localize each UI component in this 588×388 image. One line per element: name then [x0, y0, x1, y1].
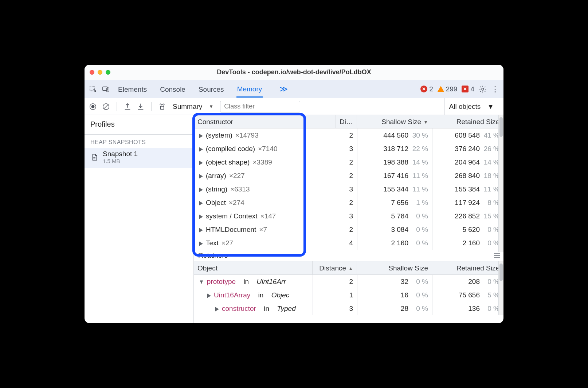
- disclosure-icon: ▶: [199, 199, 203, 206]
- error-value: 2: [429, 85, 433, 93]
- scrollbar[interactable]: [498, 261, 503, 315]
- shallow-pct: 0 %: [412, 226, 428, 234]
- shallow-value: 444 560: [383, 131, 408, 139]
- retained-value: 608 548: [455, 131, 480, 139]
- class-filter-input[interactable]: [220, 101, 300, 112]
- instance-count: ×227: [229, 172, 245, 180]
- constructor-name: (compiled code): [206, 145, 255, 153]
- retainers-menu-icon[interactable]: [494, 253, 500, 258]
- retained-pct: 8 %: [483, 199, 499, 207]
- snapshot-item[interactable]: Snapshot 1 1.5 MB: [85, 148, 193, 168]
- tab-sources[interactable]: Sources: [198, 81, 225, 97]
- shallow-pct: 11 %: [412, 185, 428, 193]
- shallow-value: 198 388: [383, 158, 408, 166]
- distance-value: 1: [313, 288, 357, 302]
- shallow-pct: 0 %: [412, 291, 428, 299]
- disclosure-icon: ▶: [207, 292, 211, 298]
- message-value: 4: [470, 85, 474, 93]
- garbage-collect-icon[interactable]: [158, 103, 166, 111]
- retained-pct: 11 %: [483, 185, 499, 193]
- retainer-row[interactable]: ▶Uint16Array in Objec1160 %75 6565 %: [194, 288, 503, 302]
- table-row[interactable]: ▶HTMLDocument×723 0840 %5 6200 %: [194, 223, 503, 236]
- in-keyword: in: [264, 305, 269, 313]
- settings-icon[interactable]: [479, 85, 487, 93]
- message-count[interactable]: ✕ 4: [462, 85, 474, 93]
- object-type: Typed: [277, 305, 295, 313]
- tab-console[interactable]: Console: [159, 81, 186, 97]
- device-toolbar-icon[interactable]: [102, 85, 110, 93]
- scrollbar[interactable]: [498, 115, 503, 252]
- table-row[interactable]: ▶(compiled code)×71403318 71222 %376 240…: [194, 142, 503, 155]
- col-object[interactable]: Object: [194, 261, 313, 274]
- shallow-pct: 1 %: [412, 199, 428, 207]
- tab-memory[interactable]: Memory: [236, 81, 263, 98]
- table-row[interactable]: ▶Text×2742 1600 %2 1600 %: [194, 236, 503, 250]
- view-select[interactable]: Summary ▼: [170, 103, 216, 111]
- col-distance[interactable]: Distance▲: [313, 261, 357, 274]
- table-row[interactable]: ▶Object×27427 6561 %117 9248 %: [194, 196, 503, 209]
- export-icon[interactable]: [124, 103, 132, 111]
- col-retained[interactable]: Retained Size: [432, 115, 503, 128]
- record-icon[interactable]: [89, 103, 97, 111]
- distance-value: 3: [336, 182, 357, 196]
- svg-point-5: [91, 105, 94, 108]
- svg-line-7: [104, 104, 109, 109]
- retainer-row[interactable]: ▼prototype in Uint16Arr2320 %2080 %: [194, 275, 503, 288]
- message-icon: ✕: [462, 86, 469, 92]
- svg-rect-2: [107, 88, 109, 92]
- disclosure-icon: ▶: [199, 145, 203, 152]
- table-row[interactable]: ▶(object shape)×33892198 38814 %204 9641…: [194, 155, 503, 169]
- retained-pct: 18 %: [483, 172, 499, 180]
- svg-point-3: [482, 88, 484, 90]
- col-retained[interactable]: Retained Size: [432, 261, 503, 274]
- constructor-name: (object shape): [206, 158, 250, 166]
- shallow-value: 2 160: [391, 239, 408, 247]
- table-row[interactable]: ▶(system)×147932444 56030 %608 54841 %: [194, 128, 503, 142]
- retained-pct: 0 %: [483, 226, 499, 234]
- instance-count: ×3389: [252, 158, 272, 166]
- shallow-pct: 0 %: [412, 305, 428, 313]
- table-header: Constructor Di… Shallow Size▼ Retained S…: [194, 115, 503, 128]
- instance-count: ×6313: [230, 185, 250, 193]
- warning-value: 299: [446, 85, 458, 93]
- more-tabs-icon[interactable]: ≫: [279, 84, 288, 94]
- retained-pct: 15 %: [483, 212, 499, 220]
- objects-select[interactable]: All objects ▼: [444, 98, 499, 115]
- inspect-icon[interactable]: [89, 85, 97, 93]
- constructor-name: HTMLDocument: [206, 226, 256, 234]
- instance-count: ×7: [259, 226, 267, 234]
- col-shallow[interactable]: Shallow Size▼: [357, 115, 432, 128]
- import-icon[interactable]: [137, 103, 145, 111]
- distance-value: 3: [336, 209, 357, 223]
- object-type: Objec: [271, 291, 290, 299]
- shallow-pct: 30 %: [412, 131, 428, 139]
- disclosure-icon: ▶: [199, 213, 203, 219]
- shallow-pct: 0 %: [412, 212, 428, 220]
- snapshot-name: Snapshot 1: [103, 150, 138, 158]
- chevron-down-icon: ▼: [209, 104, 213, 109]
- error-icon: ✕: [420, 86, 427, 92]
- warning-count[interactable]: 299: [438, 85, 458, 93]
- retained-value: 208: [468, 278, 480, 286]
- scrollbar-thumb[interactable]: [499, 117, 503, 137]
- instance-count: ×7140: [258, 145, 277, 153]
- col-shallow[interactable]: Shallow Size: [357, 261, 432, 274]
- retained-pct: 14 %: [483, 158, 499, 166]
- col-constructor[interactable]: Constructor: [194, 115, 336, 128]
- in-keyword: in: [243, 278, 249, 286]
- heap-snapshots-label: HEAP SNAPSHOTS: [85, 135, 193, 148]
- table-row[interactable]: ▶(array)×2272167 41611 %268 84018 %: [194, 169, 503, 182]
- more-menu-icon[interactable]: ⋮: [491, 85, 499, 93]
- disclosure-icon: ▶: [215, 305, 219, 312]
- table-row[interactable]: ▶system / Context×14735 7840 %226 85215 …: [194, 209, 503, 223]
- clear-icon[interactable]: [102, 103, 110, 111]
- shallow-value: 3 084: [391, 226, 408, 234]
- tab-elements[interactable]: Elements: [117, 81, 148, 97]
- distance-value: 2: [313, 275, 357, 288]
- retainers-table: Object Distance▲ Shallow Size Retained S…: [194, 261, 503, 315]
- retainer-row[interactable]: ▶constructor in Typed3280 %1360 %: [194, 302, 503, 315]
- error-count[interactable]: ✕ 2: [420, 85, 433, 93]
- col-distance[interactable]: Di…: [336, 115, 357, 128]
- table-row[interactable]: ▶(string)×63133155 34411 %155 38411 %: [194, 182, 503, 196]
- scrollbar-thumb[interactable]: [499, 264, 503, 281]
